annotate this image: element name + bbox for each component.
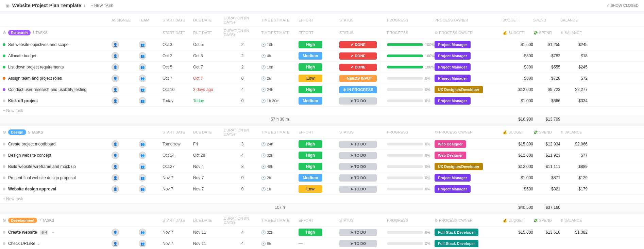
progress-text: 0% <box>425 76 435 80</box>
status-cell: ➤ TO DO <box>339 163 387 170</box>
assignee-cell[interactable]: 👤 <box>112 63 139 71</box>
assignee-cell[interactable]: 👤 <box>112 152 139 159</box>
task-name-cell: Assign team and project roles <box>3 76 112 81</box>
sec-effort-research: EFFORT <box>299 31 339 35</box>
progress-cell: 100% <box>387 65 435 69</box>
sec-time-research: TIME ESTIMATE <box>261 31 299 35</box>
start-date: Oct 24 <box>163 153 193 158</box>
show-closed-button[interactable]: ✓ SHOW CLOSED <box>606 3 639 8</box>
task-name-text[interactable]: Check URL/Re... <box>8 241 39 246</box>
effort-cell: High <box>299 229 339 236</box>
assignee-cell[interactable]: 👤 <box>112 185 139 193</box>
assignee-cell[interactable]: 👤 <box>112 229 139 236</box>
section-toggle-research[interactable]: ⊙ <box>3 30 6 35</box>
task-name-text[interactable]: Design website concept <box>8 153 51 158</box>
team-avatar: 👥 <box>139 229 146 236</box>
team-cell[interactable]: 👥 <box>139 174 163 182</box>
assignee-cell[interactable]: 👤 <box>112 163 139 170</box>
task-name-cell: Build website wireframe and mock up <box>3 164 112 169</box>
team-cell[interactable]: 👥 <box>139 63 163 71</box>
team-cell[interactable]: 👥 <box>139 52 163 60</box>
new-task-row-research[interactable]: + New task <box>0 107 644 115</box>
clock-icon: 🕐 <box>261 88 266 92</box>
progress-bar <box>387 188 423 190</box>
clock-icon: 🕐 <box>261 76 266 81</box>
clock-icon: 🕐 <box>261 230 266 235</box>
duration: 4 <box>224 241 261 246</box>
team-cell[interactable]: 👥 <box>139 86 163 93</box>
effort-cell: Medium <box>299 97 339 105</box>
section-toggle-design[interactable]: ⊙ <box>3 130 6 135</box>
time-estimate: 🕐10h <box>261 65 299 69</box>
info-icon[interactable]: ℹ <box>84 3 86 8</box>
task-dot <box>3 99 5 102</box>
team-cell[interactable]: 👥 <box>139 41 163 48</box>
section-toggle-development[interactable]: ⊙ <box>3 218 6 223</box>
team-cell[interactable]: 👥 <box>139 185 163 193</box>
main-content: ASSIGNEETEAMSTART DATEDUE DATEDURATION (… <box>0 11 644 249</box>
task-name-text[interactable]: Assign team and project roles <box>8 76 62 81</box>
task-name-text[interactable]: Create website <box>8 230 37 235</box>
task-name-text[interactable]: Conduct user research and usability test… <box>8 87 86 92</box>
team-cell[interactable]: 👥 <box>139 75 163 82</box>
add-subtask-icon[interactable]: ＋ <box>51 230 55 235</box>
new-task-header-button[interactable]: + NEW TASK <box>91 3 114 7</box>
effort-badge: High <box>299 86 322 93</box>
team-cell[interactable]: 👥 <box>139 152 163 159</box>
time-estimate: 🕐4h <box>261 54 299 58</box>
spend-cell: $555 <box>533 65 560 69</box>
owner-badge: Full-Stack Developer <box>435 229 478 236</box>
clock-icon: 🕐 <box>261 54 266 58</box>
sec-start-research: START DATE <box>163 31 193 35</box>
task-name-text[interactable]: Present final website design proposal <box>8 175 76 180</box>
assignee-cell[interactable]: 👤 <box>112 41 139 48</box>
task-row: Create project moodboard 👤 👥 Tomorrow Fr… <box>0 139 644 150</box>
time-estimate: 🕐2h <box>261 176 299 180</box>
status-cell: ✔ DONE <box>339 52 387 60</box>
task-name-text[interactable]: Build website wireframe and mock up <box>8 164 76 169</box>
team-cell[interactable]: 👥 <box>139 140 163 148</box>
assignee-cell[interactable]: 👤 <box>112 52 139 60</box>
assignee-cell[interactable]: 👤 <box>112 174 139 182</box>
total-time: 57 h 30 m <box>261 117 299 122</box>
team-cell[interactable]: 👥 <box>139 97 163 105</box>
assignee-cell[interactable]: 👤 <box>112 86 139 93</box>
balance-cell: $18 <box>560 53 588 58</box>
app-title: Website Project Plan Template <box>12 3 81 8</box>
owner-cell: Project Manager <box>435 175 503 180</box>
progress-cell: 0% <box>387 230 435 234</box>
clock-icon: 🕐 <box>261 153 266 158</box>
task-name-text[interactable]: Website design approval <box>8 187 56 191</box>
progress-cell: 0% <box>387 88 435 92</box>
balance-cell: $72 <box>560 76 588 81</box>
task-name-text[interactable]: Kick off project <box>8 98 38 103</box>
budget-cell: $12,000 <box>503 153 533 158</box>
effort-badge: High <box>299 163 322 170</box>
section-task-count-research: 6 TASKS <box>33 31 48 35</box>
status-badge: ↑ NEEDS INPUT <box>339 75 377 82</box>
section-research: ⊙ Research 6 TASKS START DATE DUE DATE D… <box>0 27 644 123</box>
avatar: 👤 <box>112 41 119 48</box>
section-title-area-research: ⊙ Research 6 TASKS <box>3 30 112 35</box>
task-name-text[interactable]: Allocate budget <box>8 53 36 58</box>
owner-badge: Web Designer <box>435 140 466 148</box>
team-cell[interactable]: 👥 <box>139 229 163 236</box>
sec-progress-research: PROGRESS <box>387 31 435 35</box>
team-cell[interactable]: 👥 <box>139 163 163 170</box>
assignee-cell[interactable]: 👤 <box>112 140 139 148</box>
task-name-text[interactable]: Create project moodboard <box>8 142 55 146</box>
assignee-cell[interactable]: 👤 <box>112 97 139 105</box>
col-header-duration--in-days-: DURATION (IN DAYS) <box>224 16 261 24</box>
status-cell: ➤ TO DO <box>339 229 387 236</box>
progress-bar <box>387 242 423 245</box>
owner-badge: Project Manager <box>435 63 471 71</box>
task-name-text[interactable]: Set website objectives and scope <box>8 42 68 47</box>
effort-cell: High <box>299 140 339 148</box>
task-name-text[interactable]: List down project requirements <box>8 65 64 69</box>
task-dot <box>3 43 5 46</box>
assignee-cell[interactable]: 👤 <box>112 240 139 247</box>
total-row-design: 107 h $40,500 $37,160 <box>0 203 644 212</box>
assignee-cell[interactable]: 👤 <box>112 75 139 82</box>
new-task-row-design[interactable]: + New task <box>0 195 644 203</box>
team-cell[interactable]: 👥 <box>139 240 163 247</box>
